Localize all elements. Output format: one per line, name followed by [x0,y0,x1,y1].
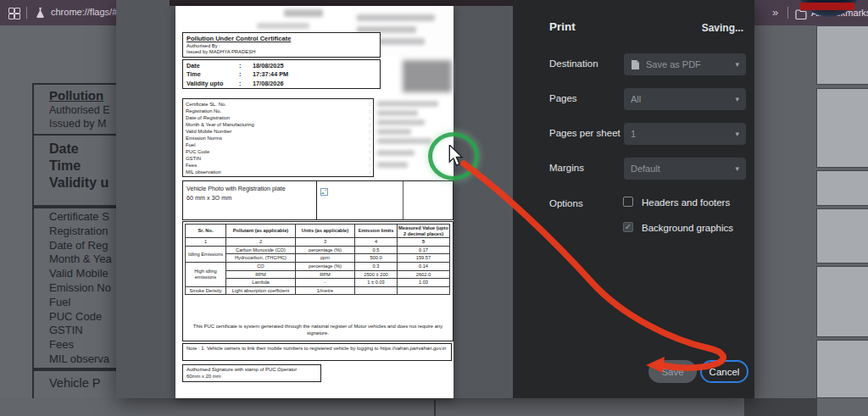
field-row: Valid Mobile Number: [186,128,370,135]
bg-table-cell [816,266,868,337]
flask-icon[interactable] [35,7,46,22]
margins-dropdown[interactable]: Default ▾ [624,158,746,180]
vehicle-photo-label: Vehicle Photo with Registration plate 60… [183,181,317,219]
redacted-subtitle [257,23,309,29]
bg-vehicle-line: Vehicle P [49,374,116,393]
table-header-row: Sr. No. Pollutant (as applicable) Units … [186,225,450,238]
print-preview-area: Pollution Under Control Certificate Auth… [116,0,513,398]
field-row: Registration No.: [186,108,370,114]
background-graphics-checkbox-label[interactable]: Background graphics [642,223,733,233]
divider [403,181,403,219]
certificate-fields-box: Certificate SL. No.: Registration No.: D… [182,98,374,177]
bg-page-divider-line [434,400,436,416]
bg-authorised-line: Authorised E [49,104,116,116]
redacted-qr-code [403,60,452,92]
bg-field: PUC Code [49,310,116,324]
vehicle-photo-cell [317,181,453,219]
bg-validity-label: Validity u [49,175,116,191]
cancel-button[interactable]: Cancel [700,360,748,383]
time-row: Time:17:37:44 PM [186,70,376,79]
certificate-authorised: Authorised By : [186,43,376,48]
bg-field: Registration [49,225,116,239]
divider [26,7,27,19]
bg-field: GSTIN [49,324,116,338]
field-row: Emission Norms: [186,135,370,141]
field-row: MIL observation: [186,169,370,175]
bg-field: Emission No [49,281,116,296]
validity-row: Validity upto:17/08/2026 [186,80,376,88]
pages-per-sheet-dropdown[interactable]: 1 ▾ [624,123,746,145]
preview-top-edge [170,0,513,6]
bg-field: Fuel [49,296,116,310]
emission-table-box: Sr. No. Pollutant (as applicable) Units … [182,221,453,341]
chevron-down-icon: ▾ [735,95,739,103]
bg-field: MIL observa [49,352,116,367]
headers-footers-checkbox-label[interactable]: Headers and footers [642,197,730,208]
chevron-down-icon: ▾ [735,130,739,138]
dimmed-background-right [754,25,868,398]
field-row: Fees: [186,162,370,169]
divider [787,7,788,19]
bg-table-cell [816,88,868,168]
bg-table-cell [816,208,868,263]
options-label: Options [549,198,583,208]
signature-box: Authorised Signature with stamp of PUC O… [182,364,321,382]
bg-field: Month & Yea [49,252,116,267]
broken-image-icon [320,184,328,199]
bg-field: Date of Reg [49,239,116,253]
bg-certificate-header-box: Pollution Authorised E Issued by M [32,83,116,136]
apps-grid-icon[interactable] [8,8,19,19]
bg-fields-box: Certificate S Registration Date of Reg M… [32,205,116,371]
table-row: Smoke Density Light absorption coefficie… [186,286,450,295]
save-button[interactable]: Save [648,360,697,383]
certificate-validity-box: Date:18/08/2025 Time:17:37:44 PM Validit… [182,59,381,89]
bg-field: Valid Mobile [49,267,116,281]
chevron-down-icon: ▾ [735,164,739,173]
certificate-statement: This PUC certificate is system generated… [188,324,448,336]
certificate-title: Pollution Under Control Certificate [186,35,376,42]
table-row: Idling Emissions Carbon Monoxide (CO) pe… [186,246,450,254]
bg-date-label: Date [49,141,116,158]
bookmarks-overflow-chevron[interactable]: » [772,6,778,19]
pdf-file-icon [631,59,640,70]
bg-issued-line: Issued by M [49,118,116,130]
bg-table-cell [816,340,868,398]
table-row: High idling emissions CO percentage (%) … [186,262,450,270]
field-row: Fuel: [186,141,370,148]
background-graphics-checkbox[interactable] [623,222,633,232]
bg-table-cell [816,25,868,85]
print-dialog: Pollution Under Control Certificate Auth… [116,0,754,398]
bg-dates-box: Date Time Validity u [32,134,116,208]
bg-field: Certificate S [49,210,116,225]
dimmed-background-page: Pollution Authorised E Issued by M Date … [32,25,116,416]
certificate-header-box: Pollution Under Control Certificate Auth… [182,32,381,58]
date-row: Date:18/08/2025 [186,62,376,70]
field-row: Date of Registration: [186,114,370,121]
destination-dropdown[interactable]: Save as PDF ▾ [624,53,746,75]
bg-time-label: Time [49,158,116,175]
field-row: Month & Year of Manufacturing: [186,121,370,128]
field-row: PUC Code: [186,148,370,155]
table-index-row: 1 2 3 4 5 [186,238,450,247]
certificate-issued: Issued by MADHYA PRADESH [186,49,376,54]
vehicle-photo-box: Vehicle Photo with Registration plate 60… [182,180,453,220]
field-row: Certificate SL. No.: [186,101,370,108]
field-row: GSTIN: [186,155,370,162]
print-preview-page: Pollution Under Control Certificate Auth… [175,6,453,398]
redacted-form-title [284,9,323,17]
print-settings-panel: Print Saving... Destination Save as PDF … [513,0,754,398]
click-highlight-circle [428,132,479,180]
pages-label: Pages [549,93,577,103]
screen: chrome://flags/#all. » All Bookmarks Pol… [0,0,868,416]
certificate-note-box: Note : 1. Vehicle owners to link their m… [182,343,452,361]
saving-status: Saving... [648,22,743,34]
channel-logo-band [800,3,854,10]
bg-certificate-title: Pollution [49,88,116,103]
print-dialog-title: Print [549,20,576,33]
bg-field: Fees [49,338,116,352]
chevron-down-icon: ▾ [735,60,739,69]
headers-footers-checkbox[interactable] [623,197,633,207]
pages-per-sheet-label: Pages per sheet [549,128,620,138]
panel-shadow [744,398,817,416]
pages-dropdown[interactable]: All ▾ [624,88,746,110]
